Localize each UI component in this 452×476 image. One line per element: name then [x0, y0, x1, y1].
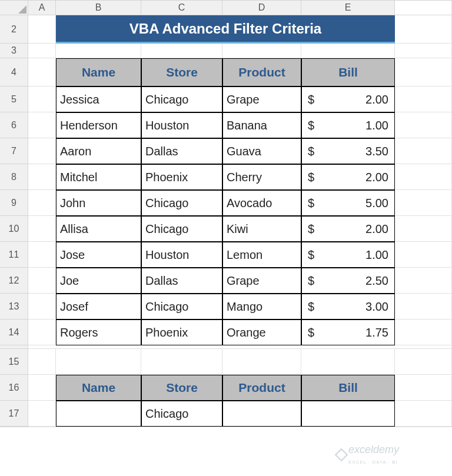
- cell-bill-8[interactable]: $3.00: [301, 294, 395, 319]
- select-all-corner[interactable]: [0, 1, 28, 15]
- row-header-7[interactable]: 7: [0, 138, 28, 164]
- row-header-16[interactable]: 16: [0, 375, 28, 401]
- cell-name-1[interactable]: Henderson: [56, 112, 141, 138]
- cell-bill-2[interactable]: $3.50: [301, 138, 395, 164]
- cell-store-3[interactable]: Phoenix: [141, 164, 222, 190]
- cell-A12[interactable]: [28, 268, 56, 294]
- cell-store-6[interactable]: Houston: [141, 242, 222, 268]
- col-header-C[interactable]: C: [141, 1, 222, 15]
- cell-E3[interactable]: [301, 44, 395, 58]
- criteria-store[interactable]: Chicago: [141, 401, 222, 427]
- col-header-D[interactable]: D: [222, 1, 301, 15]
- cell-store-9[interactable]: Phoenix: [141, 319, 222, 345]
- cell-A2[interactable]: [28, 15, 56, 44]
- criteria-header-store[interactable]: Store: [141, 375, 222, 401]
- cell-name-3[interactable]: Mitchel: [56, 164, 141, 190]
- criteria-bill[interactable]: [301, 401, 395, 427]
- cell-name-6[interactable]: Jose: [56, 242, 141, 268]
- table-header-store[interactable]: Store: [141, 58, 222, 86]
- cell-name-4[interactable]: John: [56, 190, 141, 216]
- cell-product-8[interactable]: Mango: [222, 294, 301, 319]
- cell-name-5[interactable]: Allisa: [56, 216, 141, 242]
- criteria-header-bill[interactable]: Bill: [301, 375, 395, 401]
- cell-bill-9[interactable]: $1.75: [301, 319, 395, 345]
- cell-product-0[interactable]: Grape: [222, 86, 301, 112]
- cell-A5[interactable]: [28, 86, 56, 112]
- cell-A13[interactable]: [28, 294, 56, 319]
- criteria-name[interactable]: [56, 401, 141, 427]
- cell-A10[interactable]: [28, 216, 56, 242]
- row-header-6[interactable]: 6: [0, 112, 28, 138]
- row-header-3[interactable]: 3: [0, 44, 28, 58]
- cell-product-1[interactable]: Banana: [222, 112, 301, 138]
- cell-bill-1[interactable]: $1.00: [301, 112, 395, 138]
- row-header-13[interactable]: 13: [0, 294, 28, 319]
- cell-product-3[interactable]: Cherry: [222, 164, 301, 190]
- cell-A15[interactable]: [28, 349, 56, 375]
- cell-bill-3[interactable]: $2.00: [301, 164, 395, 190]
- cell-store-8[interactable]: Chicago: [141, 294, 222, 319]
- row-header-9[interactable]: 9: [0, 190, 28, 216]
- cell-A11[interactable]: [28, 242, 56, 268]
- row-header-5[interactable]: 5: [0, 86, 28, 112]
- row-header-14[interactable]: 14: [0, 319, 28, 345]
- row-header-17[interactable]: 17: [0, 401, 28, 427]
- criteria-header-name[interactable]: Name: [56, 375, 141, 401]
- cell-product-7[interactable]: Grape: [222, 268, 301, 294]
- table-header-name[interactable]: Name: [56, 58, 141, 86]
- cell-B15[interactable]: [56, 349, 141, 375]
- col-header-E[interactable]: E: [301, 1, 395, 15]
- cell-store-4[interactable]: Chicago: [141, 190, 222, 216]
- title-bar: VBA Advanced Filter Criteria: [56, 15, 395, 44]
- cell-name-7[interactable]: Joe: [56, 268, 141, 294]
- cell-product-2[interactable]: Guava: [222, 138, 301, 164]
- cell-product-9[interactable]: Orange: [222, 319, 301, 345]
- cell-E15[interactable]: [301, 349, 395, 375]
- row-header-2[interactable]: 2: [0, 15, 28, 44]
- cell-D3[interactable]: [222, 44, 301, 58]
- row-header-12[interactable]: 12: [0, 268, 28, 294]
- cell-A7[interactable]: [28, 138, 56, 164]
- col-header-B[interactable]: B: [56, 1, 141, 15]
- cell-bill-6[interactable]: $1.00: [301, 242, 395, 268]
- cell-bill-4[interactable]: $5.00: [301, 190, 395, 216]
- cell-store-5[interactable]: Chicago: [141, 216, 222, 242]
- row-header-15[interactable]: 15: [0, 349, 28, 375]
- cell-name-2[interactable]: Aaron: [56, 138, 141, 164]
- cell-product-6[interactable]: Lemon: [222, 242, 301, 268]
- cell-A16[interactable]: [28, 375, 56, 401]
- table-header-product[interactable]: Product: [222, 58, 301, 86]
- cell-A14[interactable]: [28, 319, 56, 345]
- cell-bill-0[interactable]: $2.00: [301, 86, 395, 112]
- cell-store-7[interactable]: Dallas: [141, 268, 222, 294]
- row-header-4[interactable]: 4: [0, 58, 28, 86]
- cell-name-8[interactable]: Josef: [56, 294, 141, 319]
- cell-store-1[interactable]: Houston: [141, 112, 222, 138]
- row-header-11[interactable]: 11: [0, 242, 28, 268]
- cell-D15[interactable]: [222, 349, 301, 375]
- cell-A4[interactable]: [28, 58, 56, 86]
- cell-product-5[interactable]: Kiwi: [222, 216, 301, 242]
- row-header-8[interactable]: 8: [0, 164, 28, 190]
- cell-name-0[interactable]: Jessica: [56, 86, 141, 112]
- cell-B3[interactable]: [56, 44, 141, 58]
- cell-A9[interactable]: [28, 190, 56, 216]
- cell-bill-5[interactable]: $2.00: [301, 216, 395, 242]
- criteria-header-product[interactable]: Product: [222, 375, 301, 401]
- bill-value: 5.00: [365, 197, 388, 210]
- table-header-bill[interactable]: Bill: [301, 58, 395, 86]
- cell-A17[interactable]: [28, 401, 56, 427]
- cell-A8[interactable]: [28, 164, 56, 190]
- col-header-A[interactable]: A: [28, 1, 56, 15]
- cell-C3[interactable]: [141, 44, 222, 58]
- cell-store-0[interactable]: Chicago: [141, 86, 222, 112]
- cell-product-4[interactable]: Avocado: [222, 190, 301, 216]
- cell-C15[interactable]: [141, 349, 222, 375]
- criteria-product[interactable]: [222, 401, 301, 427]
- cell-name-9[interactable]: Rogers: [56, 319, 141, 345]
- cell-bill-7[interactable]: $2.50: [301, 268, 395, 294]
- row-header-10[interactable]: 10: [0, 216, 28, 242]
- cell-A3[interactable]: [28, 44, 56, 58]
- cell-store-2[interactable]: Dallas: [141, 138, 222, 164]
- cell-A6[interactable]: [28, 112, 56, 138]
